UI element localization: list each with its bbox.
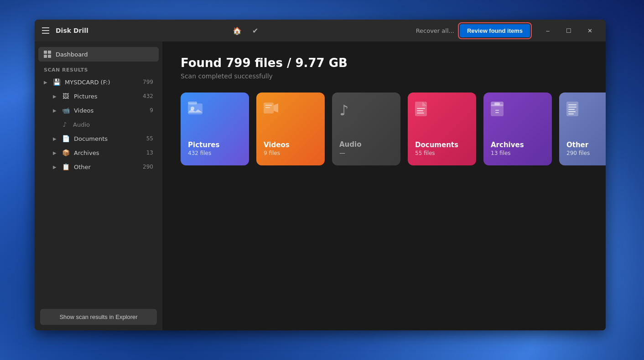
title-bar-actions: Recover all... Review found items [416,24,530,37]
other-icon: 📋 [61,163,70,170]
recover-all-text[interactable]: Recover all... [416,27,454,34]
content: Found 799 files / 9.77 GB Scan completed… [162,41,606,330]
pictures-icon: 🖼 [61,93,70,100]
chevron-other-icon: ▶ [53,165,59,170]
audio-icon: ♪ [60,121,69,128]
cards-row: Pictures 432 files Videos 9 files [181,93,587,165]
svg-rect-17 [568,107,576,108]
item-count-mysdcard: 799 [143,79,153,85]
chevron-documents-icon: ▶ [53,136,59,141]
found-title: Found 799 files / 9.77 GB [181,56,587,70]
sidebar-item-archives[interactable]: ▶ 📦 Archives 13 [40,146,157,159]
scan-results-label: Scan results [38,63,159,75]
title-bar: Disk Drill 🏠 ✔ Recover all... Review fou… [35,20,606,41]
item-label-videos: Videos [74,107,146,114]
svg-rect-20 [568,113,574,114]
videos-icon: 📹 [61,107,70,114]
svg-rect-1 [188,102,197,104]
card-other-files: 290 files [566,150,606,156]
card-audio-icon: ♪ [339,102,393,119]
card-audio[interactable]: ♪ Audio — [332,93,400,165]
item-count-videos: 9 [150,107,153,113]
chevron-pictures-icon: ▶ [53,94,59,99]
item-label-audio: Audio [73,121,153,128]
svg-rect-19 [568,111,576,112]
svg-rect-13 [495,110,499,111]
app-title: Disk Drill [56,27,88,34]
card-archives[interactable]: Archives 13 files [483,93,552,165]
card-archives-files: 13 files [491,150,545,156]
card-other-name: Other [566,141,606,149]
svg-rect-12 [494,103,500,105]
minimize-button[interactable]: – [537,23,558,38]
svg-rect-8 [417,110,423,111]
app-window: Disk Drill 🏠 ✔ Recover all... Review fou… [35,20,606,330]
card-videos-icon [264,102,317,118]
review-found-items-button[interactable]: Review found items [460,24,530,37]
svg-rect-7 [417,108,425,109]
item-label-archives: Archives [74,149,143,156]
menu-icon[interactable] [40,26,51,36]
chevron-archives-icon: ▶ [53,150,59,155]
svg-rect-4 [265,105,272,106]
card-pictures-name: Pictures [188,141,242,149]
sidebar-item-other[interactable]: ▶ 📋 Other 290 [40,160,157,174]
svg-rect-0 [188,103,203,114]
sidebar-item-videos[interactable]: ▶ 📹 Videos 9 [40,103,157,117]
item-count-documents: 55 [146,135,153,142]
maximize-button[interactable]: ☐ [558,23,579,38]
card-videos-files: 9 files [264,150,317,156]
card-pictures[interactable]: Pictures 432 files [181,93,249,165]
card-pictures-files: 432 files [188,150,242,156]
archives-icon: 📦 [61,149,70,156]
sidebar-footer: Show scan results in Explorer [35,303,162,330]
item-label-other: Other [74,164,139,170]
card-archives-icon [491,102,545,119]
grid-icon [44,51,51,58]
card-archives-name: Archives [491,141,545,149]
card-documents-name: Documents [415,141,469,149]
item-count-archives: 13 [146,149,153,156]
svg-rect-9 [417,113,424,113]
title-bar-nav: 🏠 ✔ [226,23,416,38]
chevron-icon: ▶ [44,80,50,85]
title-bar-left: Disk Drill [40,26,226,36]
window-controls: – ☐ ✕ [537,23,600,38]
svg-rect-18 [568,109,575,110]
sidebar-item-mysdcard[interactable]: ▶ 💾 MYSDCARD (F:) 799 [40,75,157,89]
svg-rect-5 [265,107,270,108]
svg-rect-14 [495,112,499,113]
item-count-pictures: 432 [143,93,153,99]
sidebar-item-pictures[interactable]: ▶ 🖼 Pictures 432 [40,89,157,103]
card-documents[interactable]: Documents 55 files [408,93,476,165]
svg-rect-16 [568,104,576,105]
check-button[interactable]: ✔ [248,23,263,38]
card-documents-files: 55 files [415,150,469,156]
card-other[interactable]: Other 290 files [559,93,606,165]
close-button[interactable]: ✕ [579,23,600,38]
sidebar-top: Dashboard Scan results ▶ 💾 MYSDCARD (F:)… [35,41,162,180]
documents-icon: 📄 [61,135,70,142]
card-videos-name: Videos [264,141,317,149]
dashboard-label: Dashboard [56,51,88,58]
scan-status: Scan completed successfully [181,72,587,80]
drive-icon: 💾 [52,78,61,86]
card-pictures-icon [188,102,242,118]
show-explorer-button[interactable]: Show scan results in Explorer [40,309,157,325]
sidebar-item-audio[interactable]: ♪ Audio [40,118,157,131]
item-label-pictures: Pictures [74,93,139,100]
item-count-other: 290 [143,164,153,170]
main-area: Dashboard Scan results ▶ 💾 MYSDCARD (F:)… [35,41,606,330]
chevron-videos-icon: ▶ [53,108,59,113]
item-label-mysdcard: MYSDCARD (F:) [65,79,139,86]
dashboard-item[interactable]: Dashboard [38,47,159,62]
card-videos[interactable]: Videos 9 files [256,93,325,165]
sidebar: Dashboard Scan results ▶ 💾 MYSDCARD (F:)… [35,41,162,330]
sidebar-item-documents[interactable]: ▶ 📄 Documents 55 [40,132,157,145]
home-button[interactable]: 🏠 [230,23,244,38]
item-label-documents: Documents [74,135,143,142]
card-audio-name: Audio [339,140,393,149]
card-other-icon [566,102,606,119]
card-documents-icon [415,102,469,119]
card-audio-dash: — [339,149,393,156]
